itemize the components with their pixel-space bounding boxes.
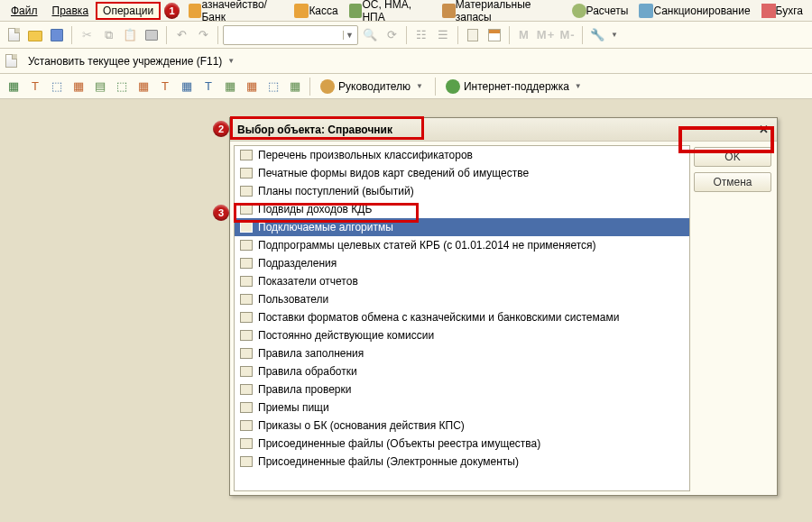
globe-icon bbox=[446, 79, 460, 94]
main-toolbar: ✂ ⧉ 📋 ↶ ↷ ▼ 🔍 ⟳ ☷ ☰ M M+ M- 🔧 ▼ bbox=[0, 22, 812, 49]
cash-icon bbox=[294, 4, 309, 18]
table-icon bbox=[639, 4, 653, 18]
menu-calc[interactable]: Расчеты bbox=[567, 1, 634, 21]
paste-button[interactable]: 📋 bbox=[120, 25, 140, 45]
list-item[interactable]: Подвиды доходов КДБ bbox=[235, 200, 689, 218]
save-button[interactable] bbox=[47, 25, 67, 45]
support-dropdown[interactable]: Интернет-поддержка ▼ bbox=[440, 77, 589, 96]
qb-6[interactable]: ⬚ bbox=[112, 77, 132, 96]
qb-12[interactable]: ▦ bbox=[242, 77, 262, 96]
catalog-icon bbox=[240, 150, 253, 160]
separator bbox=[457, 26, 458, 44]
refresh-button[interactable]: ⟳ bbox=[382, 25, 401, 45]
menu-sanction[interactable]: Санкционирование bbox=[633, 1, 755, 21]
list-item[interactable]: Приемы пищи bbox=[235, 398, 689, 417]
tree-icon: ☷ bbox=[416, 28, 427, 41]
qb-4[interactable]: ▦ bbox=[69, 77, 88, 96]
menu-cash[interactable]: Касса bbox=[289, 1, 343, 21]
list-item[interactable]: Правила обработки bbox=[235, 362, 689, 380]
list-item[interactable]: Печатные формы видов карт сведений об им… bbox=[235, 164, 689, 182]
search-combo[interactable]: ▼ bbox=[223, 25, 358, 45]
memory-mminus-button[interactable]: M- bbox=[558, 25, 577, 45]
list-item[interactable]: Правила заполнения bbox=[235, 344, 689, 362]
catalog-icon bbox=[240, 204, 253, 215]
settings-button[interactable]: 🔧 bbox=[587, 25, 607, 45]
qb-14[interactable]: ▦ bbox=[285, 77, 305, 96]
qb-9[interactable]: ▦ bbox=[177, 77, 197, 96]
qb-2[interactable]: T bbox=[25, 77, 45, 96]
memory-mplus-button[interactable]: M+ bbox=[536, 25, 556, 45]
separator bbox=[217, 26, 218, 44]
qb-5[interactable]: ▤ bbox=[90, 77, 110, 96]
box-icon bbox=[442, 4, 456, 18]
list-item[interactable]: Поставки форматов обмена с казначейскими… bbox=[235, 308, 689, 326]
list-item[interactable]: Постоянно действующие комиссии bbox=[235, 326, 689, 344]
cut-button[interactable]: ✂ bbox=[77, 25, 97, 45]
dialog-title: Выбор объекта: Справочник bbox=[237, 124, 392, 136]
qb-1[interactable]: ▦ bbox=[4, 77, 23, 96]
qb-11[interactable]: ▦ bbox=[220, 77, 240, 96]
tree-button[interactable]: ☷ bbox=[411, 25, 431, 45]
qb-7[interactable]: ▦ bbox=[134, 77, 153, 96]
dialog-titlebar[interactable]: Выбор объекта: Справочник ✕ bbox=[230, 118, 777, 142]
list-item[interactable]: Перечень произвольных классификаторов bbox=[235, 146, 689, 164]
open-button[interactable] bbox=[25, 25, 45, 45]
separator bbox=[509, 26, 510, 44]
calc-icon bbox=[572, 4, 586, 18]
copy-button[interactable]: ⧉ bbox=[98, 25, 118, 45]
calendar-button[interactable] bbox=[484, 25, 504, 45]
catalog-icon bbox=[240, 456, 253, 467]
undo-button[interactable]: ↶ bbox=[171, 25, 191, 45]
list-item[interactable]: Подключаемые алгоритмы bbox=[235, 218, 689, 236]
list-item[interactable]: Присоединенные файлы (Электронные докуме… bbox=[235, 453, 689, 471]
list-item[interactable]: Правила проверки bbox=[235, 380, 689, 398]
chevron-down-icon: ▼ bbox=[414, 82, 425, 90]
menu-accounting[interactable]: Бухга bbox=[756, 1, 808, 21]
set-institution-button[interactable]: Установить текущее учреждение (F11) ▼ bbox=[23, 51, 242, 71]
list-item[interactable]: Показатели отчетов bbox=[235, 272, 689, 290]
list-item[interactable]: Подпрограммы целевых статей КРБ (с 01.01… bbox=[235, 236, 689, 254]
catalog-list[interactable]: Перечень произвольных классификаторовПеч… bbox=[234, 145, 690, 491]
find-button[interactable]: 🔍 bbox=[360, 25, 380, 45]
redo-button[interactable]: ↷ bbox=[193, 25, 213, 45]
list-item[interactable]: Подразделения bbox=[235, 254, 689, 272]
print-button[interactable] bbox=[142, 25, 161, 45]
qb-3[interactable]: ⬚ bbox=[47, 77, 67, 96]
menu-treasury[interactable]: азначейство/Банк bbox=[183, 0, 290, 26]
chevron-down-icon[interactable]: ▼ bbox=[609, 31, 620, 39]
menu-assets[interactable]: ОС, НМА, НПА bbox=[344, 0, 437, 26]
catalog-icon bbox=[240, 222, 253, 233]
list-item[interactable]: Пользователи bbox=[235, 290, 689, 308]
menu-operations[interactable]: Операции bbox=[96, 2, 161, 20]
list-item[interactable]: Приказы о БК (основания действия КПС) bbox=[235, 417, 689, 435]
copy-icon: ⧉ bbox=[105, 28, 113, 42]
qb-13[interactable]: ⬚ bbox=[263, 77, 283, 96]
work-area: 2 3 4 Выбор объекта: Справочник ✕ Перече… bbox=[0, 99, 812, 522]
cancel-button[interactable]: Отмена bbox=[694, 172, 771, 192]
separator bbox=[582, 26, 583, 44]
menu-file[interactable]: Файл bbox=[4, 2, 45, 20]
new-doc-button[interactable] bbox=[4, 25, 23, 45]
close-button[interactable]: ✕ bbox=[755, 122, 771, 138]
menu-edit[interactable]: Правка bbox=[45, 2, 97, 20]
list-item[interactable]: Присоединенные файлы (Объекты реестра им… bbox=[235, 435, 689, 453]
clipboard-icon: 📋 bbox=[123, 28, 137, 41]
catalog-icon bbox=[240, 186, 253, 197]
list-button[interactable]: ☰ bbox=[433, 25, 453, 45]
qb-10[interactable]: T bbox=[198, 77, 218, 96]
lead-dropdown[interactable]: Руководителю ▼ bbox=[315, 77, 430, 96]
calculator-icon bbox=[467, 29, 478, 41]
callout-badge-3: 3 bbox=[213, 205, 229, 221]
ok-button[interactable]: OK bbox=[694, 147, 771, 167]
calendar-icon bbox=[488, 29, 501, 41]
qb-8[interactable]: T bbox=[155, 77, 175, 96]
wrench-icon: 🔧 bbox=[590, 28, 604, 41]
memory-m-button[interactable]: M bbox=[514, 25, 534, 45]
chevron-down-icon: ▼ bbox=[226, 57, 236, 65]
list-item-label: Присоединенные файлы (Объекты реестра им… bbox=[258, 437, 540, 450]
menu-materials[interactable]: Материальные запасы bbox=[437, 0, 567, 26]
catalog-icon bbox=[240, 402, 253, 413]
list-item[interactable]: Планы поступлений (выбытий) bbox=[235, 182, 689, 200]
list-item-label: Правила проверки bbox=[258, 383, 351, 396]
calculator-button[interactable] bbox=[463, 25, 483, 45]
